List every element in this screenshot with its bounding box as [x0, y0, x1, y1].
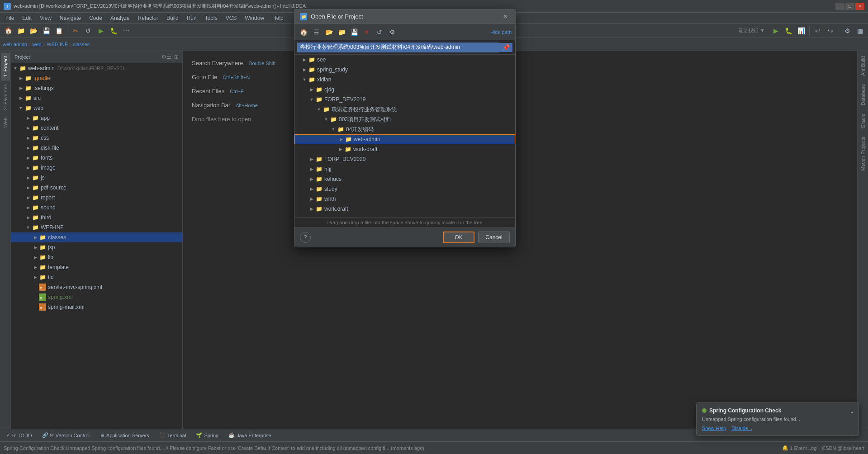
- dialog-delete-btn[interactable]: ✕: [361, 27, 372, 38]
- dialog-tree-xidian[interactable]: 📁 xidian: [294, 75, 515, 85]
- tree-item-sound[interactable]: 📁 sound: [11, 203, 182, 213]
- toolbar-debug2-btn[interactable]: 🐛: [783, 25, 794, 36]
- toolbar-redo-btn[interactable]: ↪: [825, 25, 836, 36]
- breadcrumb-webadmin[interactable]: web-admin: [3, 42, 27, 47]
- toolbar-run2-btn[interactable]: ▶: [770, 25, 781, 36]
- dialog-ok-button[interactable]: OK: [443, 232, 474, 243]
- sidebar-config-btn[interactable]: ⚙: [161, 54, 166, 60]
- toolbar-refresh-btn[interactable]: ↺: [83, 25, 94, 36]
- menu-view[interactable]: View: [36, 14, 55, 22]
- side-tab-database[interactable]: Database: [859, 80, 868, 109]
- dialog-tree-04[interactable]: 📁 04开发编码: [294, 124, 515, 134]
- dialog-save-btn[interactable]: 💾: [349, 27, 360, 38]
- tree-item-app[interactable]: 📁 app: [11, 113, 182, 123]
- status-eventlog[interactable]: 🔔 1 Event Log: [782, 445, 817, 451]
- dialog-tree-hfjj[interactable]: 📁 hfjj: [294, 164, 515, 174]
- spring-expand-btn[interactable]: ⌄: [849, 407, 855, 415]
- menu-file[interactable]: File: [2, 14, 18, 22]
- dialog-tree-forpdev2019[interactable]: 📁 FORP_DEV2019: [294, 95, 515, 104]
- dialog-settings-btn[interactable]: ⚙: [387, 27, 398, 38]
- toolbar-folder-btn[interactable]: 📁: [15, 25, 26, 36]
- tree-item-image[interactable]: 📁 image: [11, 163, 182, 173]
- bottom-tab-terminal[interactable]: ⬛ Terminal: [155, 430, 191, 440]
- breadcrumb-classes[interactable]: classes: [73, 42, 90, 47]
- side-tab-project[interactable]: 1: Project: [1, 52, 10, 80]
- tree-item-tld[interactable]: 📁 tld: [11, 272, 182, 282]
- spring-showhelp-link[interactable]: Show Help: [702, 426, 726, 431]
- toolbar-more-btn[interactable]: ⋯: [121, 25, 132, 36]
- dialog-tree-003[interactable]: 📁 003项目开发测试材料: [294, 114, 515, 124]
- spring-disable-link[interactable]: Disable...: [731, 426, 752, 431]
- bottom-tab-todo[interactable]: ✓ 6: TODO: [2, 430, 37, 440]
- toolbar-home-btn[interactable]: 🏠: [3, 25, 14, 36]
- tree-item-template[interactable]: 📁 template: [11, 262, 182, 272]
- bottom-tab-vcs[interactable]: 🔗 9: Version Control: [38, 430, 94, 440]
- tree-item-settings[interactable]: 📁 .settings: [11, 83, 182, 93]
- menu-refactor[interactable]: Refactor: [134, 14, 162, 22]
- side-tab-web[interactable]: Web: [1, 114, 10, 131]
- tree-item-springmail-xml[interactable]: x spring-mail.xml: [11, 302, 182, 312]
- tree-item-classes[interactable]: 📁 classes: [11, 232, 182, 242]
- tree-item-gradle[interactable]: 📁 .gradle: [11, 73, 182, 83]
- dialog-cancel-button[interactable]: Cancel: [478, 232, 510, 243]
- toolbar-settings-btn[interactable]: ⚙: [842, 25, 853, 36]
- maximize-button[interactable]: □: [845, 3, 854, 10]
- tree-item-webadmin[interactable]: 📁 web-admin D:\work\xidian\FORP_DEV201: [11, 63, 182, 73]
- bottom-tab-appservers[interactable]: 🖥 Application Servers: [95, 431, 154, 440]
- dialog-close-button[interactable]: ×: [501, 12, 510, 21]
- dialog-refresh-btn[interactable]: ↺: [374, 27, 385, 38]
- toolbar-cut-btn[interactable]: ✂: [70, 25, 81, 36]
- dialog-pathpin-btn[interactable]: 📌: [499, 43, 512, 52]
- sidebar-expand-btn[interactable]: ⊞: [174, 54, 179, 60]
- menu-run[interactable]: Run: [183, 14, 200, 22]
- tree-item-jsp[interactable]: 📁 jsp: [11, 242, 182, 252]
- dialog-path-input[interactable]: [297, 43, 499, 52]
- bottom-tab-spring[interactable]: 🌱 Spring: [191, 430, 223, 440]
- dialog-tree-webadmin[interactable]: 📁 web-admin: [294, 134, 515, 144]
- close-button[interactable]: ×: [855, 3, 864, 10]
- tree-item-content[interactable]: 📁 content: [11, 123, 182, 133]
- breadcrumb-webinf[interactable]: WEB-INF: [47, 42, 67, 47]
- toolbar-run-btn[interactable]: ▶: [95, 25, 106, 36]
- toolbar-profile-btn[interactable]: 📊: [796, 25, 806, 36]
- dialog-tree-kehucs[interactable]: 📁 kehucs: [294, 174, 515, 184]
- menu-code[interactable]: Code: [85, 14, 106, 22]
- dialog-newfolder-btn[interactable]: 📁: [336, 27, 347, 38]
- toolbar-debug-btn[interactable]: 🐛: [108, 25, 119, 36]
- side-tab-gradle[interactable]: Gradle: [859, 110, 868, 132]
- minimize-button[interactable]: −: [835, 3, 844, 10]
- breadcrumb-web[interactable]: web: [32, 42, 41, 47]
- dialog-help-button[interactable]: ?: [300, 232, 311, 243]
- dialog-home-btn[interactable]: 🏠: [298, 27, 309, 38]
- menu-tools[interactable]: Tools: [201, 14, 221, 22]
- dialog-list-btn[interactable]: ☰: [311, 27, 322, 38]
- toolbar-undo-btn[interactable]: ↩: [812, 25, 823, 36]
- menu-vcs[interactable]: VCS: [222, 14, 241, 22]
- bottom-tab-javaee[interactable]: ☕ Java Enterprise: [224, 430, 275, 440]
- toolbar-save-btn[interactable]: 💾: [41, 25, 52, 36]
- tree-item-report[interactable]: 📁 report: [11, 193, 182, 203]
- dialog-tree-cjdg[interactable]: 📁 cjdg: [294, 85, 515, 95]
- dialog-tree-springstudy[interactable]: 📁 spring_study: [294, 65, 515, 75]
- tree-item-third[interactable]: 📁 third: [11, 213, 182, 222]
- dialog-tree-forpdev2020[interactable]: 📁 FORP_DEV2020: [294, 154, 515, 164]
- dialog-tree-workdraft[interactable]: 📁 work-draft: [294, 144, 515, 154]
- toolbar-saveas-btn[interactable]: 📋: [53, 25, 64, 36]
- menu-edit[interactable]: Edit: [19, 14, 35, 22]
- side-tab-maven[interactable]: Maven Projects: [859, 133, 868, 175]
- dialog-open-btn[interactable]: 📂: [323, 27, 334, 38]
- tree-item-src[interactable]: 📁 src: [11, 93, 182, 103]
- tree-item-js[interactable]: 📁 js: [11, 173, 182, 183]
- toolbar-layout-btn[interactable]: ▦: [854, 25, 865, 36]
- tree-item-pdfsource[interactable]: 📁 pdf-source: [11, 183, 182, 193]
- side-tab-favorites[interactable]: 2: Favorites: [1, 80, 10, 114]
- menu-build[interactable]: Build: [163, 14, 182, 22]
- tree-item-fonts[interactable]: 📁 fonts: [11, 153, 182, 163]
- sidebar-scroll-btn[interactable]: ☰: [166, 54, 171, 60]
- dialog-tree-lianxun[interactable]: 📁 联讯证券投行业务管理系统: [294, 104, 515, 114]
- menu-help[interactable]: Help: [269, 14, 287, 22]
- menu-window[interactable]: Window: [241, 14, 268, 22]
- dialog-tree-workdraft2[interactable]: 📁 work.draft: [294, 204, 515, 214]
- menu-navigate[interactable]: Navigate: [56, 14, 85, 22]
- side-tab-antbuild[interactable]: Ant Build: [859, 52, 868, 80]
